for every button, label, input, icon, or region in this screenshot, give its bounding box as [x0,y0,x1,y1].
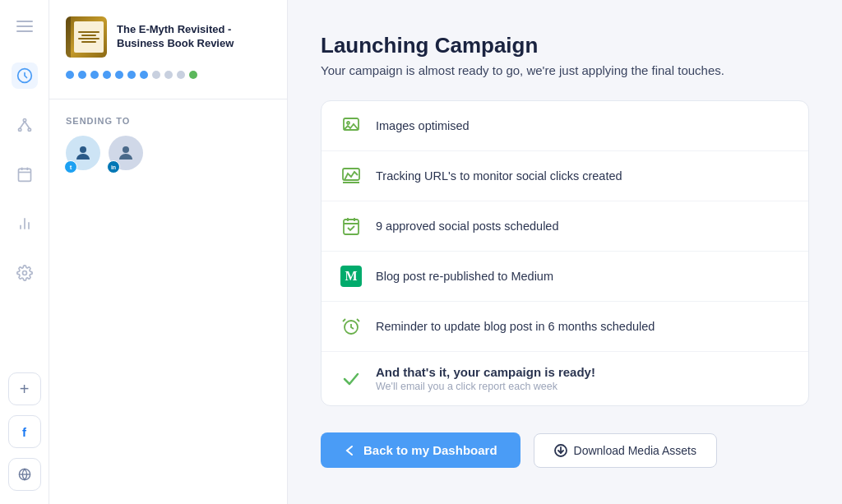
tracking-icon [340,164,363,187]
chart-icon[interactable] [12,210,38,237]
svg-point-15 [22,271,26,275]
dot-2 [78,71,86,79]
dot-9 [164,71,173,79]
checklist-item-images: Images optimised [322,101,808,151]
checklist-card: Images optimised Tracking URL's to monit… [321,100,809,406]
earth-button[interactable] [8,458,41,491]
svg-point-3 [23,119,25,122]
dot-1 [66,71,74,79]
item-text-images: Images optimised [376,119,470,132]
action-buttons: Back to my Dashboard Download Media Asse… [321,432,809,468]
svg-point-4 [18,128,21,131]
dot-8 [152,71,160,79]
svg-point-18 [80,146,86,153]
svg-rect-2 [16,30,33,32]
item-text-ready: And that's it, your campaign is ready! [376,365,595,379]
page-subtitle: Your campaign is almost ready to go, we'… [321,63,809,77]
svg-point-21 [347,122,349,124]
main-content: Launching Campaign Your campaign is almo… [288,0,842,504]
sending-to-label: SENDING TO [66,116,271,126]
dot-10 [177,71,185,79]
left-panel: The E-Myth Revisited - Business Book Rev… [49,0,288,504]
item-text-posts: 9 approved social posts scheduled [376,220,558,233]
progress-dots [66,71,271,79]
settings-icon[interactable] [12,260,38,286]
facebook-button[interactable]: f [8,415,41,448]
medium-m: M [340,266,362,287]
complete-check-icon [340,368,363,391]
menu-icon[interactable] [12,13,38,39]
item-content-ready: And that's it, your campaign is ready! W… [376,365,595,392]
svg-rect-0 [16,21,33,22]
avatar-linkedin: in [109,136,145,172]
checklist-item-reminder: Reminder to update blog post in 6 months… [322,302,808,352]
avatar-row: t in [66,136,271,172]
svg-rect-24 [344,220,359,234]
checklist-item-tracking: Tracking URL's to monitor social clicks … [322,151,808,201]
twitter-badge: t [64,160,77,173]
divider-1 [49,99,287,99]
avatar-twitter: t [66,136,102,172]
campaign-header: The E-Myth Revisited - Business Book Rev… [66,16,271,58]
medium-icon: M [340,265,363,288]
icon-rail: + f [0,0,49,504]
back-button-label: Back to my Dashboard [363,443,497,457]
item-text-medium: Blog post re-published to Medium [376,270,553,283]
campaign-title: The E-Myth Revisited - Business Book Rev… [117,23,271,51]
svg-line-29 [343,319,345,321]
svg-line-7 [25,122,30,128]
checklist-item-medium: M Blog post re-published to Medium [322,252,808,302]
clock-alarm-icon [340,315,363,338]
image-optimise-icon [340,114,363,137]
dot-11 [189,71,197,79]
rocket-icon[interactable] [12,62,38,89]
campaign-thumbnail [66,16,107,58]
dot-4 [103,71,111,79]
svg-rect-8 [18,169,30,181]
svg-point-5 [28,128,30,131]
svg-line-6 [20,122,25,128]
dot-7 [140,71,148,79]
rail-bottom: + f [8,372,41,491]
page-title: Launching Campaign [321,33,809,58]
item-text-reminder: Reminder to update blog post in 6 months… [376,320,655,333]
dot-6 [127,71,136,79]
add-button[interactable]: + [8,372,41,405]
download-assets-button[interactable]: Download Media Assets [534,433,717,468]
calendar-icon[interactable] [12,161,38,187]
back-to-dashboard-button[interactable]: Back to my Dashboard [321,432,520,468]
item-text-tracking: Tracking URL's to monitor social clicks … [376,169,622,183]
item-subtext-ready: We'll email you a click report each week [376,381,595,392]
network-icon[interactable] [12,112,38,138]
checklist-item-posts: 9 approved social posts scheduled [322,201,808,252]
svg-line-30 [357,319,359,321]
dot-3 [90,71,99,79]
svg-rect-1 [16,25,33,27]
dot-5 [115,71,123,79]
svg-point-19 [123,146,129,153]
linkedin-badge: in [107,160,120,173]
download-button-label: Download Media Assets [574,444,696,457]
calendar-schedule-icon [340,215,363,238]
checklist-item-ready: And that's it, your campaign is ready! W… [322,352,808,405]
